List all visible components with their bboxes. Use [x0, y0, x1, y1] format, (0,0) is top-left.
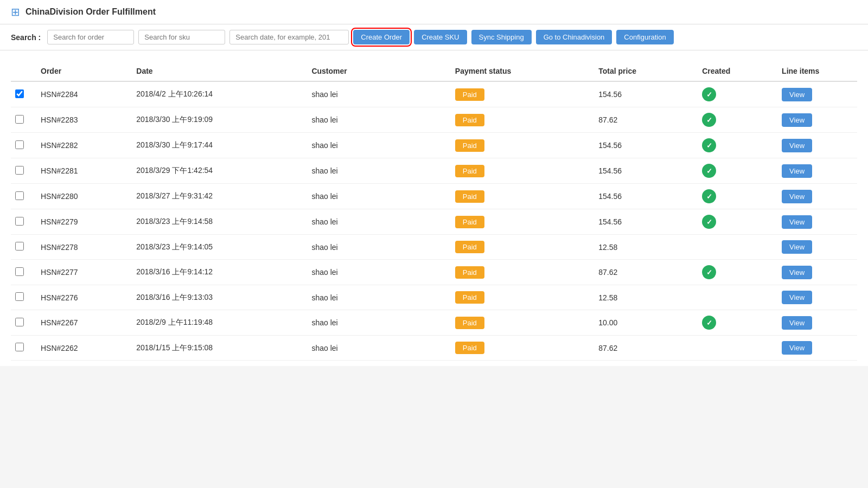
- view-button[interactable]: View: [782, 240, 812, 254]
- payment-badge: Paid: [455, 291, 484, 304]
- order-customer: shao lei: [307, 285, 450, 310]
- order-date: 2018/3/16 上午9:14:12: [132, 260, 307, 285]
- order-price: 87.62: [594, 336, 698, 361]
- order-number: HSN#2284: [36, 81, 132, 107]
- table-row: HSN#22832018/3/30 上午9:19:09shao leiPaid8…: [11, 107, 857, 133]
- view-button[interactable]: View: [782, 88, 812, 101]
- payment-badge: Paid: [455, 190, 484, 203]
- check-icon: ✓: [702, 87, 716, 101]
- order-date: 2018/3/27 上午9:31:42: [132, 184, 307, 209]
- check-icon: ✓: [702, 316, 716, 330]
- main-content: Order Date Customer Payment status Total…: [0, 50, 868, 366]
- payment-status: Paid: [451, 81, 594, 107]
- order-number: HSN#2282: [36, 133, 132, 158]
- payment-status: Paid: [451, 133, 594, 158]
- order-number: HSN#2262: [36, 336, 132, 361]
- orders-table: Order Date Customer Payment status Total…: [11, 61, 857, 361]
- order-date: 2018/3/23 上午9:14:58: [132, 209, 307, 235]
- order-created: ✓: [698, 107, 777, 133]
- payment-status: Paid: [451, 310, 594, 336]
- order-created: ✓: [698, 184, 777, 209]
- order-price: 10.00: [594, 310, 698, 336]
- search-sku-input[interactable]: [138, 30, 225, 44]
- order-number: HSN#2278: [36, 235, 132, 260]
- view-button[interactable]: View: [782, 316, 812, 330]
- payment-status: Paid: [451, 107, 594, 133]
- order-created: [698, 235, 777, 260]
- view-button[interactable]: View: [782, 190, 812, 203]
- view-button[interactable]: View: [782, 291, 812, 304]
- payment-badge: Paid: [455, 241, 484, 253]
- create-order-button[interactable]: Create Order: [353, 30, 410, 44]
- view-button[interactable]: View: [782, 266, 812, 279]
- order-customer: shao lei: [307, 133, 450, 158]
- go-to-chinadivision-button[interactable]: Go to Chinadivision: [536, 30, 612, 44]
- row-checkbox[interactable]: [15, 318, 24, 326]
- order-price: 154.56: [594, 81, 698, 107]
- view-button[interactable]: View: [782, 341, 812, 355]
- view-button[interactable]: View: [782, 139, 812, 152]
- table-row: HSN#22762018/3/16 上午9:13:03shao leiPaid1…: [11, 285, 857, 310]
- row-checkbox[interactable]: [15, 191, 24, 200]
- view-button[interactable]: View: [782, 215, 812, 229]
- search-order-input[interactable]: [47, 30, 134, 44]
- order-price: 12.58: [594, 285, 698, 310]
- order-customer: shao lei: [307, 184, 450, 209]
- order-created: ✓: [698, 310, 777, 336]
- order-customer: shao lei: [307, 260, 450, 285]
- order-number: HSN#2267: [36, 310, 132, 336]
- row-checkbox[interactable]: [15, 89, 24, 98]
- order-date: 2018/3/29 下午1:42:54: [132, 158, 307, 184]
- sync-shipping-button[interactable]: Sync Shipping: [471, 30, 532, 44]
- order-customer: shao lei: [307, 310, 450, 336]
- order-number: HSN#2280: [36, 184, 132, 209]
- line-items-cell: View: [777, 310, 857, 336]
- payment-status: Paid: [451, 184, 594, 209]
- view-button[interactable]: View: [782, 113, 812, 127]
- table-row: HSN#22782018/3/23 上午9:14:05shao leiPaid1…: [11, 235, 857, 260]
- app-title: ChinaDivision Order Fulfillment: [25, 7, 156, 17]
- app-header: ⊞ ChinaDivision Order Fulfillment: [0, 0, 868, 24]
- order-customer: shao lei: [307, 209, 450, 235]
- order-created: ✓: [698, 158, 777, 184]
- order-created: [698, 336, 777, 361]
- configuration-button[interactable]: Configuration: [616, 30, 673, 44]
- order-customer: shao lei: [307, 107, 450, 133]
- app-icon: ⊞: [11, 5, 20, 18]
- order-date: 2018/1/15 上午9:15:08: [132, 336, 307, 361]
- order-price: 154.56: [594, 158, 698, 184]
- row-checkbox[interactable]: [15, 166, 24, 175]
- order-price: 154.56: [594, 184, 698, 209]
- payment-badge: Paid: [455, 317, 484, 329]
- order-price: 154.56: [594, 133, 698, 158]
- payment-badge: Paid: [455, 114, 484, 126]
- check-icon: ✓: [702, 265, 716, 279]
- line-items-cell: View: [777, 107, 857, 133]
- order-created: [698, 285, 777, 310]
- order-created: ✓: [698, 260, 777, 285]
- order-customer: shao lei: [307, 158, 450, 184]
- order-created: ✓: [698, 209, 777, 235]
- row-checkbox[interactable]: [15, 292, 24, 301]
- line-items-cell: View: [777, 285, 857, 310]
- view-button[interactable]: View: [782, 164, 812, 178]
- search-date-input[interactable]: [229, 30, 349, 44]
- row-checkbox[interactable]: [15, 343, 24, 351]
- row-checkbox[interactable]: [15, 140, 24, 149]
- payment-badge: Paid: [455, 216, 484, 228]
- row-checkbox[interactable]: [15, 115, 24, 124]
- order-created: ✓: [698, 81, 777, 107]
- payment-status: Paid: [451, 158, 594, 184]
- toolbar: Search : Create Order Create SKU Sync Sh…: [0, 24, 868, 50]
- line-items-cell: View: [777, 81, 857, 107]
- table-row: HSN#22802018/3/27 上午9:31:42shao leiPaid1…: [11, 184, 857, 209]
- order-number: HSN#2283: [36, 107, 132, 133]
- payment-badge: Paid: [455, 88, 484, 101]
- row-checkbox[interactable]: [15, 242, 24, 251]
- create-sku-button[interactable]: Create SKU: [414, 30, 467, 44]
- row-checkbox[interactable]: [15, 267, 24, 276]
- order-date: 2018/3/23 上午9:14:05: [132, 235, 307, 260]
- row-checkbox[interactable]: [15, 217, 24, 226]
- check-icon: ✓: [702, 113, 716, 127]
- order-date: 2018/3/30 上午9:17:44: [132, 133, 307, 158]
